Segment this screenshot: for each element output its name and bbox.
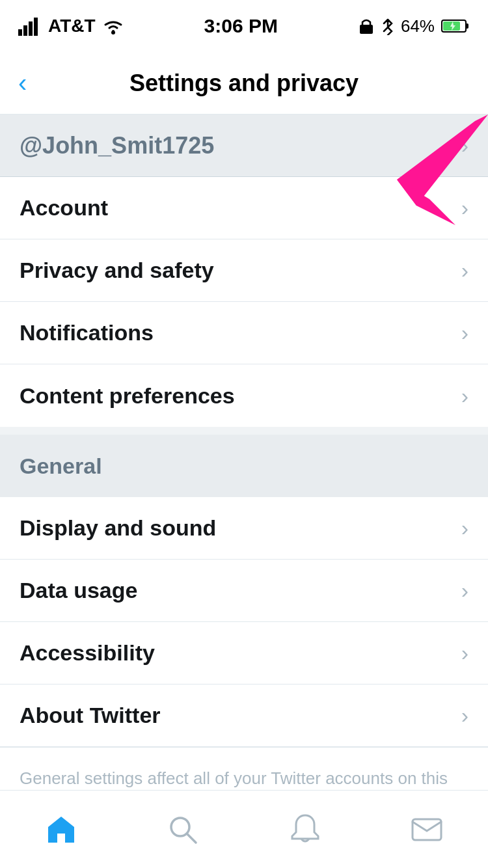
nav-bar: ‹ Settings and privacy (0, 52, 488, 115)
tab-messages[interactable] (394, 804, 459, 856)
wifi-icon (102, 17, 124, 35)
tab-search[interactable] (150, 804, 215, 856)
account-header[interactable]: @John_Smit1725 › (0, 115, 488, 177)
search-icon (166, 813, 200, 847)
settings-label-data: Data usage (20, 578, 137, 603)
settings-label-notifications: Notifications (20, 320, 154, 346)
status-left: AT&T (18, 16, 124, 36)
settings-label-content: Content preferences (20, 383, 235, 409)
chevron-about: › (461, 703, 468, 728)
status-time: 3:06 PM (204, 15, 278, 37)
settings-item-about[interactable]: About Twitter › (0, 685, 488, 747)
svg-rect-7 (466, 23, 468, 29)
general-settings-section: Display and sound › Data usage › Accessi… (0, 497, 488, 835)
account-username: @John_Smit1725 (20, 132, 461, 159)
svg-rect-2 (29, 21, 33, 36)
general-header-label: General (20, 454, 102, 479)
tab-home[interactable] (29, 804, 94, 856)
chevron-data: › (461, 578, 468, 603)
settings-item-content[interactable]: Content preferences › (0, 364, 488, 427)
settings-label-privacy: Privacy and safety (20, 258, 214, 283)
settings-item-account[interactable]: Account › (0, 177, 488, 239)
svg-rect-1 (23, 25, 27, 36)
chevron-privacy: › (461, 258, 468, 283)
svg-line-12 (187, 834, 196, 843)
settings-label-display: Display and sound (20, 515, 216, 541)
svg-rect-5 (360, 25, 373, 34)
tab-notifications[interactable] (273, 804, 338, 856)
battery-percent: 64% (401, 16, 435, 36)
settings-item-notifications[interactable]: Notifications › (0, 302, 488, 364)
general-section-header: General (0, 435, 488, 497)
settings-item-data[interactable]: Data usage › (0, 560, 488, 622)
svg-rect-13 (413, 819, 441, 840)
chevron-content: › (461, 383, 468, 409)
status-right: 64% (358, 16, 470, 36)
chevron-account: › (461, 195, 468, 221)
messages-icon (410, 813, 444, 847)
settings-section: Account › Privacy and safety › Notificat… (0, 177, 488, 427)
chevron-accessibility: › (461, 640, 468, 666)
page-container: AT&T 3:06 PM 64% (0, 0, 488, 868)
battery-icon (441, 18, 470, 34)
svg-rect-3 (34, 18, 38, 36)
tab-bar (0, 790, 488, 868)
chevron-notifications: › (461, 320, 468, 346)
status-bar: AT&T 3:06 PM 64% (0, 0, 488, 52)
signal-icon (18, 16, 42, 36)
account-chevron: › (461, 133, 468, 158)
settings-label-about: About Twitter (20, 703, 161, 728)
settings-label-account: Account (20, 195, 108, 221)
back-button[interactable]: ‹ (18, 68, 27, 98)
lock-icon (358, 17, 375, 35)
notifications-icon (288, 813, 322, 847)
page-title: Settings and privacy (129, 70, 359, 97)
settings-item-accessibility[interactable]: Accessibility › (0, 622, 488, 685)
bluetooth-icon (381, 17, 394, 35)
home-icon (44, 813, 78, 847)
settings-item-privacy[interactable]: Privacy and safety › (0, 239, 488, 302)
svg-rect-0 (18, 29, 22, 36)
settings-label-accessibility: Accessibility (20, 640, 155, 666)
svg-point-4 (111, 31, 115, 34)
settings-item-display[interactable]: Display and sound › (0, 497, 488, 560)
carrier-label: AT&T (48, 16, 96, 36)
chevron-display: › (461, 515, 468, 541)
section-divider (0, 427, 488, 435)
